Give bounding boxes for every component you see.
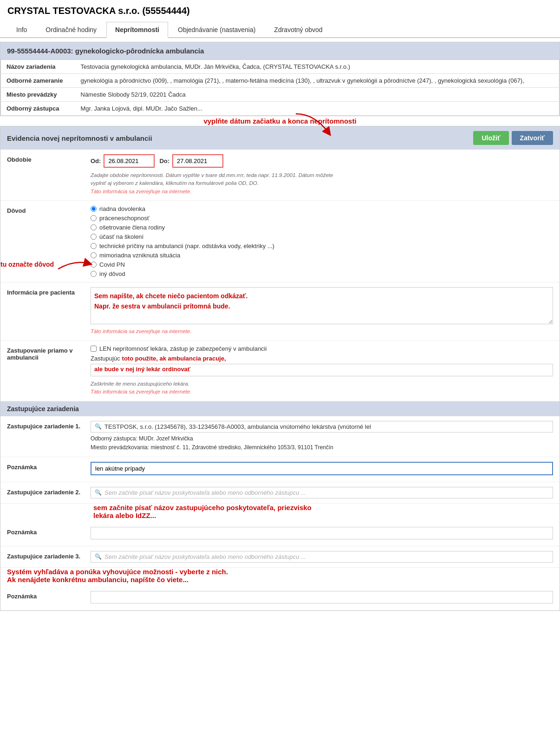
radio-riadna-input[interactable] <box>91 206 97 212</box>
value-odborne: gynekológia a pôrodníctvo (009), , mamol… <box>75 74 560 88</box>
radio-ucast[interactable]: účasť na školení <box>91 233 553 240</box>
content-zariadenie3: 🔍 Sem začnite písať názov poskytovateľa … <box>91 551 553 563</box>
do-group: Do: <box>159 154 223 168</box>
zastupovanie-checkbox[interactable] <box>91 346 97 352</box>
facility-section-header: 99-55554444-A0003: gynekologicko-pôrodní… <box>0 42 560 59</box>
obdobie-hint: Zadajte obdobie neprítomnosti. Dátum vyp… <box>91 171 553 196</box>
close-button[interactable]: Zatvoriť <box>512 131 553 145</box>
annotation-zariadenie3-container: Systém vyhľadáva a ponúka vyhovujúce mož… <box>0 568 560 586</box>
tab-objednavanie[interactable]: Objednávanie (nastavenia) <box>169 22 264 37</box>
form-row-poznamka2: Poznámka <box>0 522 560 546</box>
annotation-dovod-text: tu označte dôvod <box>0 261 54 268</box>
radio-iny-input[interactable] <box>91 271 97 277</box>
od-input[interactable] <box>104 154 155 168</box>
label-zastupca: Odborný zástupca <box>1 102 75 116</box>
form-row-dovod: Dôvod riadna dovolenka práceneschopnosť <box>0 201 560 282</box>
radio-covid-label: Covid PN <box>99 261 125 268</box>
poznamka3-input[interactable] <box>91 591 553 603</box>
radio-riadna-label: riadna dovolenka <box>99 205 145 212</box>
radio-technicke[interactable]: technické príčiny na ambulancii (napr. o… <box>91 243 553 249</box>
form-row-poznamka1: Poznámka <box>0 457 560 482</box>
do-input[interactable] <box>172 154 223 168</box>
page-header: CRYSTAL TESTOVACKA s.r.o. (55554444) <box>0 0 560 18</box>
zastupujuci-input-wrap: ale bude v nej iný lekár ordinovať <box>91 364 553 378</box>
arrow-dovod <box>56 255 93 274</box>
table-row: Názov zariadenia Testovacia gynekologick… <box>1 60 560 74</box>
label-obdobie: Obdobie <box>7 154 91 163</box>
nav-tabs: Info Ordinačné hodiny Neprítomnosti Obje… <box>0 22 560 38</box>
label-odborne: Odborné zameranie <box>1 74 75 88</box>
zariadenie1-value: TESTPOSK, s.r.o. (12345678), 33-12345678… <box>104 423 371 430</box>
content-dovod: riadna dovolenka práceneschopnosť ošetro… <box>91 205 553 277</box>
radio-covid[interactable]: Covid PN <box>91 261 553 268</box>
radio-riadna[interactable]: riadna dovolenka <box>91 205 553 212</box>
label-dovod: Dôvod <box>7 205 91 214</box>
page-title: CRYSTAL TESTOVACKA s.r.o. (55554444) <box>7 6 553 16</box>
search-icon-3: 🔍 <box>95 553 102 560</box>
form-row-obdobie: Obdobie Od: Do: Zadajte obdobie nepr <box>0 150 560 201</box>
radio-mimoriadna-label: mimoriadna vzniknutá situácia <box>99 252 180 259</box>
period-inputs: Od: Do: <box>91 154 553 168</box>
label-zastupovanie: Zastupovanie priamo v ambulancii <box>7 345 91 361</box>
do-label: Do: <box>159 157 169 164</box>
table-row: Odborný zástupca Mgr. Janka Lojová, dipl… <box>1 102 560 116</box>
radio-mimoriadna[interactable]: mimoriadna vzniknutá situácia <box>91 252 553 259</box>
informacia-textarea[interactable] <box>91 287 553 324</box>
content-zastupovanie: LEN neprítomnosť lekára, zástup je zabez… <box>91 345 553 396</box>
form-row-poznamka3: Poznámka <box>0 586 560 610</box>
form-row-informacia: Informácia pre pacienta Sem napíšte, ak … <box>0 282 560 341</box>
tab-zdravotny-obvod[interactable]: Zdravotný obvod <box>265 22 331 37</box>
od-label: Od: <box>91 157 101 164</box>
radio-group-dovod: riadna dovolenka práceneschopnosť ošetro… <box>91 205 553 277</box>
radio-technicke-label: technické príčiny na ambulancii (napr. o… <box>99 243 274 249</box>
zastupovanie-checkbox-label: LEN neprítomnosť lekára, zástup je zabez… <box>99 345 267 352</box>
zariadenie2-search-wrap[interactable]: 🔍 Sem začnite písať názov poskytovateľa … <box>91 487 553 498</box>
radio-osetrovanie[interactable]: ošetrovanie člena rodiny <box>91 224 553 231</box>
radio-osetrovanie-input[interactable] <box>91 224 97 230</box>
search-icon-2: 🔍 <box>95 489 102 496</box>
annotation-dovod-container: tu označte dôvod <box>0 255 93 274</box>
radio-ucast-input[interactable] <box>91 234 97 240</box>
radio-praceneschopnost-label: práceneschopnosť <box>99 215 150 222</box>
zariadenie1-search-wrap[interactable]: 🔍 TESTPOSK, s.r.o. (12345678), 33-123456… <box>91 421 553 433</box>
content-zariadenie1: 🔍 TESTPOSK, s.r.o. (12345678), 33-123456… <box>91 421 553 452</box>
zastupujuci-input[interactable] <box>91 364 553 376</box>
annotation-period-container: vyplňte dátum začiatku a konca neprítomn… <box>0 116 560 126</box>
radio-osetrovanie-label: ošetrovanie člena rodiny <box>99 224 165 231</box>
informacia-hint: Táto informácia sa zverejňuje na interne… <box>91 328 553 335</box>
tab-nepritomnosti[interactable]: Neprítomnosti <box>106 22 168 38</box>
label-informacia: Informácia pre pacienta <box>7 287 91 296</box>
radio-praceneschopnost[interactable]: práceneschopnosť <box>91 215 553 222</box>
radio-covid-input[interactable] <box>91 262 97 268</box>
content-poznamka1 <box>91 462 553 477</box>
content-zariadenie2: 🔍 Sem začnite písať názov poskytovateľa … <box>91 487 553 498</box>
radio-iny[interactable]: iný dôvod <box>91 270 553 277</box>
zariadenie3-search-wrap[interactable]: 🔍 Sem začnite písať názov poskytovateľa … <box>91 551 553 563</box>
annotation-zariadenie2-text: sem začnite písať názov zastupujúceho po… <box>93 504 553 519</box>
zastupujuci-prefix: Zastupujúc <box>91 355 120 362</box>
annotation-zariadenie3-text: Systém vyhľadáva a ponúka vyhovujúce mož… <box>7 568 553 584</box>
tab-info[interactable]: Info <box>7 22 36 37</box>
form-buttons: Uložiť Zatvoriť <box>473 131 553 145</box>
radio-technicke-input[interactable] <box>91 243 97 249</box>
label-poznamka3: Poznámka <box>7 591 91 600</box>
form-title: Evidencia novej neprítomnosti v ambulanc… <box>7 134 152 142</box>
table-row: Miesto prevádzky Námestie Slobody 52/19,… <box>1 88 560 102</box>
od-group: Od: <box>91 154 155 168</box>
radio-iny-label: iný dôvod <box>99 270 125 277</box>
poznamka2-input[interactable] <box>91 527 553 539</box>
value-nazov: Testovacia gynekologická ambulancia, MUD… <box>75 60 560 74</box>
zastupovanie-checkbox-row: LEN neprítomnosť lekára, zástup je zabez… <box>91 345 553 352</box>
zariadenie2-placeholder: Sem začnite písať názov poskytovateľa al… <box>104 489 306 496</box>
annotation-zariadenie2-container: sem začnite písať názov zastupujúceho po… <box>0 504 560 522</box>
subsection-zariadenia: Zastupujúce zariadenia <box>0 401 560 416</box>
save-button[interactable]: Uložiť <box>473 131 508 145</box>
poznamka1-input[interactable] <box>91 462 553 475</box>
radio-praceneschopnost-input[interactable] <box>91 215 97 221</box>
tab-ordinacne-hodiny[interactable]: Ordinačné hodiny <box>37 22 105 37</box>
value-miesto: Námestie Slobody 52/19, 02201 Čadca <box>75 88 560 102</box>
annotation-zastupovanie-1: toto použite, ak ambulancia pracuje, <box>122 355 226 362</box>
radio-mimoriadna-input[interactable] <box>91 252 97 258</box>
table-row: Odborné zameranie gynekológia a pôrodníc… <box>1 74 560 88</box>
search-icon: 🔍 <box>95 423 102 430</box>
